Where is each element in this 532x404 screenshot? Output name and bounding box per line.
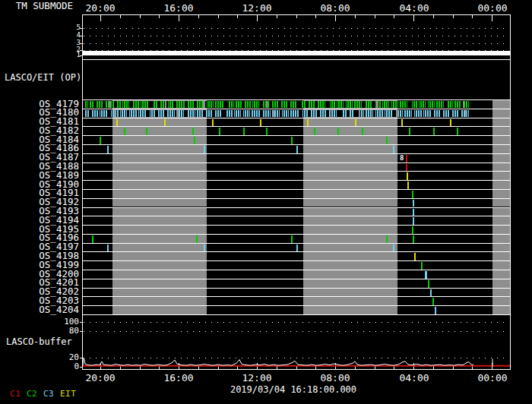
event-tick [107, 245, 109, 252]
bar-gap [241, 110, 243, 117]
gray-band [492, 297, 510, 305]
gray-band [112, 279, 207, 288]
os-row [83, 305, 510, 314]
os-row [83, 234, 510, 243]
gray-band [303, 235, 397, 243]
bar-gap-gray [273, 110, 274, 117]
bar-gap [444, 101, 447, 108]
bottom-time-label: 20:00 [82, 372, 119, 383]
event-tick [204, 245, 205, 252]
bar-gap [90, 110, 92, 117]
bar-gap [389, 101, 391, 108]
bar-gap [403, 110, 404, 117]
bottom-time-label: 08:00 [317, 372, 353, 383]
bar-gap [459, 110, 461, 117]
gray-band [112, 118, 207, 127]
event-tick [92, 235, 93, 243]
os-row [83, 243, 510, 252]
event-tick [401, 119, 403, 127]
gray-band [303, 306, 397, 314]
time-tick-top [433, 15, 434, 18]
bar-gap [139, 101, 141, 108]
os-row [83, 279, 510, 288]
time-tick-top [120, 15, 121, 18]
plot-right-border [510, 14, 511, 370]
tm-ytick-mark [80, 36, 82, 36]
os-row [83, 135, 510, 144]
time-tick-top [296, 15, 297, 18]
tm-ytick-mark [80, 43, 82, 44]
buffer-ytick-mark [80, 331, 82, 332]
gray-band [112, 270, 207, 279]
tm-ytick-mark [80, 55, 82, 56]
bar-gap [289, 110, 290, 117]
bar-gap-gray [463, 101, 464, 108]
gray-band [303, 163, 397, 172]
bar-gap [431, 110, 434, 117]
event-tick [196, 235, 198, 243]
event-tick [307, 119, 309, 127]
time-tick-top [335, 15, 336, 21]
legend-item-c2: C2 [27, 389, 37, 399]
bar-gap [251, 101, 252, 108]
gray-band [112, 244, 207, 252]
time-tick-top [237, 15, 238, 18]
bar-gap [315, 101, 318, 108]
gray-band [303, 181, 397, 189]
bar-gap-gray [203, 101, 205, 108]
gray-band [492, 136, 510, 144]
gray-band [303, 244, 397, 252]
bar-gap [309, 110, 310, 117]
bar-gap [164, 110, 166, 117]
bar-gap [146, 110, 150, 117]
gray-band [492, 118, 510, 127]
event-tick [413, 209, 414, 216]
time-tick-top [413, 15, 414, 21]
bar-gap [233, 110, 234, 117]
event-tick [291, 235, 293, 243]
bar-gap [260, 110, 263, 117]
gray-band [303, 261, 397, 270]
bar-gap-gray [396, 110, 398, 117]
time-tick-top [277, 15, 277, 18]
bar-gap [297, 101, 301, 108]
panel-hborder [82, 369, 511, 370]
event-tick [107, 146, 109, 153]
gray-band [303, 127, 397, 135]
bar-gap-gray [176, 110, 179, 117]
tm-ytick-label: 5 [71, 24, 81, 31]
bar-gap [158, 101, 160, 108]
os-row [83, 216, 510, 225]
os-row [83, 270, 510, 279]
gray-band [492, 216, 510, 225]
event-tick [421, 262, 423, 270]
os-row [83, 126, 510, 135]
buffer-ytick-mark [80, 358, 82, 358]
event-tick [413, 200, 414, 207]
gray-band [112, 261, 207, 270]
os-row [83, 251, 510, 260]
tm-gridline [84, 36, 509, 36]
bar-gap [335, 101, 337, 108]
legend-item-eit: EIT [60, 389, 76, 399]
gray-band [492, 109, 510, 118]
top-time-label: 12:00 [239, 2, 275, 14]
os-row [83, 118, 510, 127]
buffer-white-trace [83, 358, 473, 365]
os-row [83, 198, 510, 207]
bar-gap [412, 110, 414, 117]
os-row [83, 189, 510, 198]
gray-band [492, 289, 510, 297]
bar-gap [270, 101, 271, 108]
gray-band [303, 172, 397, 180]
tm-ytick-label: 1 [71, 51, 81, 58]
event-tick [413, 217, 414, 225]
time-tick-top [198, 15, 199, 18]
bar-gap [337, 110, 342, 117]
event-tick [450, 119, 451, 127]
bar-gap [129, 101, 132, 108]
gray-band [492, 127, 510, 135]
bottom-time-label: 00:00 [474, 372, 511, 383]
time-tick-top [140, 15, 141, 18]
event-tick [428, 280, 429, 288]
